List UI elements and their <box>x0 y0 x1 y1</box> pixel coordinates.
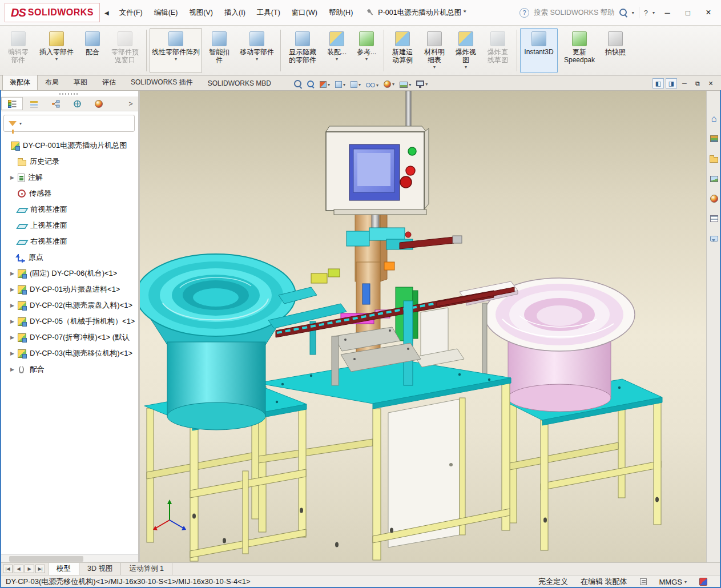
exploded-view-button[interactable]: 爆炸视图 ▾ <box>451 28 481 73</box>
assembly-features-button[interactable]: 装配... ▾ <box>323 28 351 73</box>
bill-of-materials-button[interactable]: 材料明细表 ▾ <box>419 28 450 73</box>
expand-arrow-icon[interactable]: ▶ <box>10 303 18 308</box>
view-orientation-button[interactable]: ▾ <box>333 80 347 88</box>
update-speedpak-button[interactable]: 更新Speedpak <box>559 28 600 73</box>
menu-help[interactable]: 帮助(H) <box>323 5 359 21</box>
instant3d-button[interactable]: Instant3D <box>520 28 558 73</box>
doc-close-button[interactable]: × <box>705 78 716 88</box>
pin-menu-icon[interactable] <box>365 7 375 18</box>
forum-button[interactable] <box>708 233 720 244</box>
3d-model-scene[interactable] <box>140 91 706 562</box>
next-tab-button[interactable]: ▶ <box>25 565 34 573</box>
appearances-button[interactable] <box>708 194 720 204</box>
view-palette-button[interactable] <box>708 174 720 184</box>
tab-displaymanager[interactable] <box>88 97 110 110</box>
tree-item-mates[interactable]: ▶ 配合 <box>0 361 138 377</box>
help-dropdown-icon[interactable]: ▾ <box>652 10 655 15</box>
tab-sw-addins[interactable]: SOLIDWORKS 插件 <box>123 75 200 90</box>
tree-item-right-plane[interactable]: ▶ 右视基准面 <box>0 233 138 249</box>
control-panel[interactable] <box>326 91 429 215</box>
smart-fasteners-button[interactable]: 智能扣件 <box>203 28 235 73</box>
menu-insert[interactable]: 插入(I) <box>219 5 251 21</box>
move-component-button[interactable]: 移动零部件 ▾ <box>236 28 277 73</box>
first-tab-button[interactable]: |◀ <box>3 565 13 573</box>
tile-left-button[interactable]: ◧ <box>652 78 664 88</box>
panel-expand-arrow[interactable]: > <box>124 97 137 110</box>
units-selector[interactable]: MMGS ▾ <box>659 578 687 586</box>
prev-tab-button[interactable]: ◀ <box>14 565 23 573</box>
expand-arrow-icon[interactable]: ▶ <box>10 335 18 340</box>
dropdown-icon[interactable]: ▾ <box>365 57 368 62</box>
emergency-stop-button[interactable] <box>400 176 412 188</box>
expand-arrow-icon[interactable]: ▶ <box>10 319 18 324</box>
filter-dropdown-icon[interactable]: ▾ <box>19 121 22 126</box>
dropdown-icon[interactable]: ▾ <box>55 57 58 62</box>
hide-show-items-button[interactable]: ▾ <box>364 82 380 88</box>
tree-item-component-dy-cp-07[interactable]: ▶ DY-CP-07(折弯冲模)<1> (默认 <box>0 329 138 345</box>
zoom-fit-button[interactable] <box>292 79 304 88</box>
panel-horizontal-scrollbar[interactable] <box>0 554 138 562</box>
menu-edit[interactable]: 编辑(E) <box>148 5 184 21</box>
tree-item-component-dy-cp-02[interactable]: ▶ DY-CP-02(电源壳震盘入料)<1> <box>0 297 138 313</box>
tab-layout[interactable]: 布局 <box>38 75 66 90</box>
tab-sketch[interactable]: 草图 <box>66 75 95 90</box>
help-menu-button[interactable]: ? <box>644 9 648 17</box>
zoom-area-button[interactable] <box>305 80 316 88</box>
tile-right-button[interactable]: ◨ <box>666 78 677 88</box>
tab-dimxpertmanager[interactable] <box>66 97 88 110</box>
tree-item-root-assembly[interactable]: ▶ DY-CP-001电源壳插动片机总图 <box>0 138 138 154</box>
menu-view[interactable]: 视图(V) <box>183 5 219 21</box>
display-style-button[interactable]: ▾ <box>349 80 362 88</box>
tree-item-sensors[interactable]: ▶ 传感器 <box>0 186 138 202</box>
tab-model[interactable]: 模型 <box>49 563 79 575</box>
search-input[interactable]: 搜索 SOLIDWORKS 帮助 <box>534 8 615 18</box>
file-explorer-button[interactable] <box>708 154 720 164</box>
center-machine-table[interactable] <box>257 359 511 560</box>
panel-splitter-handle[interactable] <box>0 91 138 96</box>
view-settings-button[interactable]: ▾ <box>414 80 429 88</box>
last-tab-button[interactable]: ▶| <box>35 565 45 573</box>
expand-arrow-icon[interactable]: ▶ <box>10 367 18 372</box>
edit-component-button[interactable]: 编辑零部件 <box>3 28 34 73</box>
minimize-button[interactable]: ─ <box>659 5 675 20</box>
dropdown-icon[interactable]: ▾ <box>336 57 338 62</box>
tab-3d-views[interactable]: 3D 视图 <box>79 563 121 575</box>
show-hidden-components-button[interactable]: 显示隐藏的零部件 <box>284 28 321 73</box>
expand-arrow-icon[interactable]: ▶ <box>10 271 18 276</box>
insert-component-button[interactable]: 插入零部件 ▾ <box>35 28 78 73</box>
tree-filter[interactable]: ▾ <box>3 115 135 132</box>
custom-properties-button[interactable] <box>708 214 720 224</box>
collapse-menu-icon[interactable]: ◀ <box>104 10 109 16</box>
new-motion-study-button[interactable]: 新建运动算例 <box>387 28 418 73</box>
design-library-button[interactable] <box>708 134 720 144</box>
dropdown-icon[interactable]: ▾ <box>256 57 258 62</box>
menu-window[interactable]: 窗口(W) <box>286 5 323 21</box>
reference-geometry-button[interactable]: 参考... ▾ <box>352 28 381 73</box>
tab-configurationmanager[interactable] <box>45 97 66 110</box>
maximize-button[interactable]: □ <box>680 5 696 20</box>
tab-motion-study-1[interactable]: 运动算例 1 <box>121 563 172 575</box>
tree-item-top-plane[interactable]: ▶ 上视基准面 <box>0 218 138 233</box>
tree-item-front-plane[interactable]: ▶ 前视基准面 <box>0 202 138 218</box>
doc-restore-button[interactable]: ⧉ <box>692 78 703 88</box>
tree-item-component-dy-cp-05[interactable]: ▶ DY-CP-05（机械手指机构）<1> <box>0 313 138 329</box>
doc-minimize-button[interactable]: ─ <box>679 78 690 88</box>
tree-item-history[interactable]: ▶ 历史记录 <box>0 154 138 170</box>
explode-line-sketch-button[interactable]: 爆炸直线草图 <box>482 28 514 73</box>
expand-arrow-icon[interactable]: ▶ <box>10 287 18 292</box>
edit-appearance-button[interactable]: ▾ <box>382 80 396 88</box>
close-button[interactable]: × <box>700 5 716 20</box>
graphics-area[interactable] <box>140 91 706 562</box>
search-dropdown-icon[interactable]: ▾ <box>632 10 634 15</box>
tree-item-component-dy-cp-03[interactable]: ▶ DY-CP-03(电源壳移位机构)<1> <box>0 345 138 361</box>
component-preview-button[interactable]: 零部件预览窗口 <box>107 28 143 73</box>
take-snapshot-button[interactable]: 拍快照 <box>601 28 630 73</box>
scrollbar-thumb[interactable] <box>9 556 83 562</box>
tab-featuremanager[interactable] <box>1 97 23 110</box>
mate-button[interactable]: 配合 <box>79 28 106 73</box>
status-tag-icon[interactable] <box>699 578 707 586</box>
stop-button[interactable] <box>406 166 415 175</box>
dropdown-icon[interactable]: ▾ <box>465 65 467 70</box>
tree-item-component-dy-cp-01[interactable]: ▶ DY-CP-01动片振盘进料<1> <box>0 281 138 297</box>
expand-arrow-icon[interactable]: ▶ <box>10 175 18 180</box>
